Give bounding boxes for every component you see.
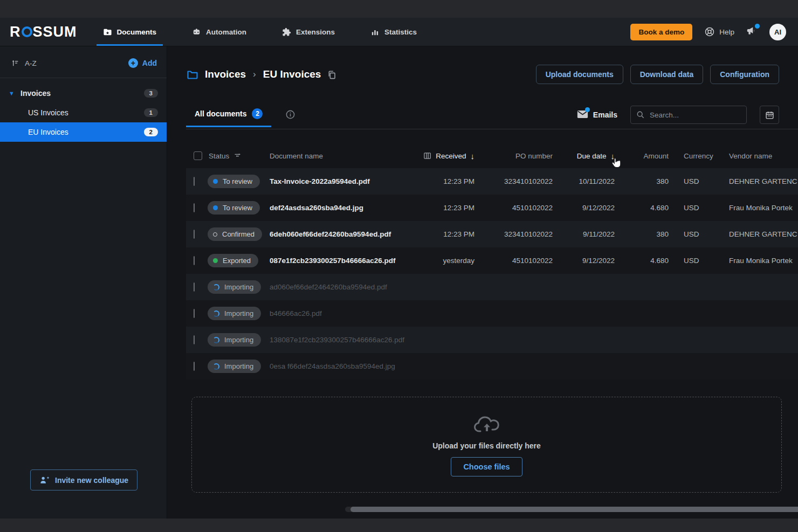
emails-button[interactable]: Emails (577, 109, 617, 120)
importing-spinner-icon (213, 284, 219, 291)
documents-table: To review Tax-Invoice-2022a9594ed.pdf 12… (186, 168, 798, 379)
table-row[interactable]: Importing ad060ef66def2464260ba9594ed.pd… (186, 274, 798, 300)
documents-toolbar: All documents 2 Emails (186, 106, 798, 129)
copy-icon[interactable] (327, 70, 337, 80)
currency-value: USD (669, 257, 717, 265)
column-header-currency[interactable]: Currency (684, 152, 713, 160)
count-badge: 3 (144, 89, 158, 98)
all-documents-label: All documents (195, 109, 246, 118)
configuration-button[interactable]: Configuration (710, 65, 779, 84)
document-name: 138087e1f2cb239300257b46666ac26.pdf (270, 336, 423, 344)
sidebar-item-us-invoices[interactable]: US Invoices 1 (0, 103, 167, 122)
amount-value: 380 (615, 230, 669, 238)
horizontal-scrollbar-track[interactable] (345, 507, 798, 512)
search-icon (636, 110, 645, 119)
amount-value: 380 (615, 177, 669, 185)
sidebar-item-label: US Invoices (28, 108, 68, 117)
table-row[interactable]: Importing b46666ac26.pdf (186, 300, 798, 327)
sidebar-item-eu-invoices[interactable]: EU Invoices 2 (0, 122, 167, 142)
help-label: Help (719, 28, 734, 36)
row-checkbox[interactable] (194, 362, 195, 371)
row-checkbox[interactable] (194, 177, 195, 186)
tab-documents[interactable]: Documents (97, 18, 163, 46)
breadcrumb-row: Invoices › EU Invoices Upload documents … (186, 65, 798, 84)
table-row[interactable]: To review def24asdsa260sba94ed.jpg 12:23… (186, 195, 798, 221)
upload-documents-button[interactable]: Upload documents (536, 65, 623, 84)
due-date-value: 9/12/2022 (553, 257, 615, 265)
column-header-status[interactable]: Status (209, 152, 229, 160)
row-checkbox[interactable] (194, 309, 195, 318)
sort-control[interactable]: A-Z (11, 59, 37, 67)
upload-zone-title: Upload your files directly here (432, 441, 541, 450)
help-menu[interactable]: Help (704, 26, 734, 37)
table-row[interactable]: Importing 138087e1f2cb239300257b46666ac2… (186, 327, 798, 353)
calendar-icon (765, 110, 774, 120)
search-input[interactable] (650, 111, 736, 119)
columns-icon[interactable] (423, 151, 431, 160)
date-filter-button[interactable] (760, 106, 779, 124)
sort-icon (11, 59, 19, 67)
folder-icon (186, 68, 199, 81)
tab-automation[interactable]: Automation (185, 18, 253, 46)
column-header-vendor-name[interactable]: Vendor name (729, 152, 772, 160)
received-value: 12:23 PM (423, 204, 474, 212)
table-row[interactable]: To review Tax-Invoice-2022a9594ed.pdf 12… (186, 168, 798, 195)
add-queue-button[interactable]: + Add (128, 58, 157, 68)
sidebar-item-label: EU Invoices (28, 128, 68, 136)
column-header-due-date[interactable]: Due date ↓ (553, 151, 615, 161)
select-all-checkbox[interactable] (194, 151, 202, 160)
column-header-amount[interactable]: Amount (643, 152, 669, 160)
table-row[interactable]: Importing 0esa f66def24asdsa260sba9594ed… (186, 353, 798, 379)
status-badge: Importing (208, 307, 261, 320)
choose-files-button[interactable]: Choose files (451, 457, 522, 476)
statistics-bars-icon (370, 27, 380, 37)
row-checkbox[interactable] (194, 256, 195, 265)
horizontal-scrollbar-thumb[interactable] (350, 507, 798, 512)
book-a-demo-button[interactable]: Book a demo (630, 24, 692, 40)
nav-right-cluster: Book a demo Help AI (630, 24, 798, 40)
row-checkbox[interactable] (194, 282, 195, 292)
tab-all-documents[interactable]: All documents 2 (186, 108, 271, 127)
status-dot-icon (213, 205, 218, 210)
nav-tabs: Documents Automation Extensions Statisti… (97, 18, 446, 46)
po-number-value: 323410102022 (474, 230, 553, 238)
status-dot-icon (213, 258, 218, 263)
column-header-document-name[interactable]: Document name (270, 152, 323, 160)
add-label: Add (142, 59, 157, 67)
status-label: To review (223, 177, 252, 185)
row-checkbox[interactable] (194, 230, 195, 239)
column-header-po-number[interactable]: PO number (515, 152, 553, 160)
info-icon[interactable] (285, 109, 295, 120)
tab-extensions[interactable]: Extensions (276, 18, 341, 46)
status-label: Importing (224, 336, 253, 344)
row-checkbox[interactable] (194, 335, 195, 344)
amount-value: 4.680 (615, 257, 669, 265)
filter-icon[interactable] (233, 152, 242, 160)
invite-new-colleague-button[interactable]: Invite new colleague (30, 469, 137, 490)
vendor-name-value: DEHNER GARTENC (717, 230, 798, 238)
upload-drop-zone[interactable]: Upload your files directly here Choose f… (191, 397, 782, 493)
sidebar-item-invoices[interactable]: ▼ Invoices 3 (0, 84, 167, 103)
vendor-name-value: DEHNER GARTENC (717, 177, 798, 185)
emails-notification-dot (585, 107, 590, 112)
user-avatar[interactable]: AI (769, 24, 786, 40)
row-checkbox[interactable] (194, 203, 195, 212)
tab-automation-label: Automation (206, 28, 246, 36)
table-row[interactable]: Exported 087e1f2cb239300257b46666ac26.pd… (186, 247, 798, 274)
main-content: Invoices › EU Invoices Upload documents … (167, 46, 798, 519)
status-label: Importing (224, 283, 253, 291)
table-header: Status Document name Received ↓ PO numbe… (186, 143, 798, 168)
tab-statistics[interactable]: Statistics (364, 18, 423, 46)
download-data-button[interactable]: Download data (630, 65, 704, 84)
notification-dot (755, 24, 760, 29)
currency-value: USD (669, 230, 717, 238)
chevron-down-icon[interactable]: ▼ (9, 90, 20, 96)
announcements-button[interactable] (746, 25, 758, 39)
sidebar-toolbar: A-Z + Add (0, 46, 167, 78)
rossum-logo: RSSUM (10, 24, 77, 40)
status-label: Exported (223, 257, 251, 265)
search-box (630, 106, 747, 124)
table-row[interactable]: Confirmed 6deh060ef66def24260ba9594ed.pd… (186, 221, 798, 247)
column-header-received[interactable]: Received ↓ (423, 151, 474, 161)
breadcrumb-parent[interactable]: Invoices (205, 68, 246, 80)
